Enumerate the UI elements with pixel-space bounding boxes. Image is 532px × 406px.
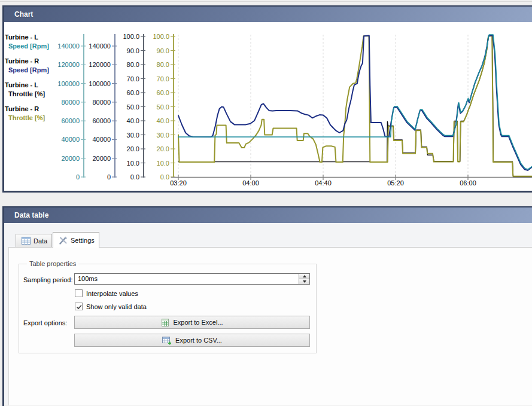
svg-text:60000: 60000 — [92, 117, 111, 124]
svg-text:10.0: 10.0 — [157, 160, 169, 167]
sampling-period-value: 100ms — [75, 274, 299, 284]
svg-text:60000: 60000 — [61, 117, 80, 124]
interpolate-values-row: Interpolate values — [75, 289, 138, 297]
svg-text:60.0: 60.0 — [127, 89, 139, 96]
svg-text:100000: 100000 — [89, 80, 111, 87]
show-valid-data-checkbox[interactable] — [75, 303, 83, 310]
svg-text:80000: 80000 — [92, 99, 111, 106]
svg-text:Throttle [%]: Throttle [%] — [8, 90, 45, 97]
show-valid-data-label: Show only valid data — [86, 303, 147, 310]
svg-text:40.0: 40.0 — [157, 117, 169, 124]
chart-body: 0200004000060000800001000001200001400000… — [4, 22, 532, 191]
chevron-down-icon — [303, 280, 306, 283]
svg-text:06:00: 06:00 — [460, 179, 476, 187]
data-table-panel-title: Data table — [14, 211, 48, 219]
show-valid-data-row: Show only valid data — [75, 303, 147, 310]
table-properties-group-title: Table properties — [27, 260, 78, 267]
interpolate-values-checkbox[interactable] — [75, 289, 83, 297]
svg-text:50.0: 50.0 — [127, 103, 139, 111]
checkmark-icon — [75, 303, 83, 311]
svg-text:05:20: 05:20 — [387, 179, 404, 187]
data-table-panel: Data table Data Settings — [2, 206, 532, 406]
svg-text:04:00: 04:00 — [242, 179, 259, 187]
tab-settings-label: Settings — [71, 237, 95, 244]
csv-table-plus-icon — [162, 336, 172, 345]
svg-text:70.0: 70.0 — [127, 75, 139, 83]
svg-text:30.0: 30.0 — [157, 132, 169, 139]
svg-text:Speed [Rpm]: Speed [Rpm] — [8, 66, 49, 74]
svg-text:80000: 80000 — [61, 99, 80, 106]
svg-text:Turbine - R: Turbine - R — [5, 57, 39, 65]
table-properties-group: Table properties Sampling period: 100ms — [19, 264, 317, 353]
svg-text:20000: 20000 — [92, 155, 111, 162]
svg-text:80.0: 80.0 — [127, 61, 139, 68]
svg-text:20000: 20000 — [61, 155, 80, 162]
svg-text:Turbine - R: Turbine - R — [5, 105, 39, 112]
tab-data-label: Data — [34, 237, 47, 245]
svg-text:40000: 40000 — [61, 136, 80, 143]
interpolate-values-label: Interpolate values — [86, 290, 138, 297]
svg-text:120000: 120000 — [57, 61, 80, 68]
svg-text:70.0: 70.0 — [157, 75, 169, 83]
svg-text:50.0: 50.0 — [157, 103, 169, 111]
svg-text:03:20: 03:20 — [170, 179, 187, 187]
svg-text:20.0: 20.0 — [127, 145, 139, 152]
svg-text:0: 0 — [107, 173, 111, 181]
export-to-csv-label: Export to CSV... — [175, 337, 222, 344]
svg-text:Turbine - L: Turbine - L — [5, 81, 38, 88]
data-table-body: Data Settings Table properties Sampling … — [4, 223, 532, 405]
export-to-excel-button[interactable]: Export to Excel... — [74, 316, 310, 329]
svg-text:0: 0 — [76, 173, 80, 181]
svg-text:60.0: 60.0 — [157, 89, 169, 96]
svg-text:0.0: 0.0 — [160, 173, 169, 181]
data-table-panel-header: Data table — [4, 207, 532, 223]
table-icon — [22, 237, 31, 245]
svg-text:40.0: 40.0 — [127, 117, 139, 124]
chart-panel: Chart 0200004000060000800001000001200001… — [2, 5, 532, 193]
tab-settings[interactable]: Settings — [53, 232, 99, 248]
top-divider — [0, 1, 532, 2]
svg-text:04:40: 04:40 — [315, 179, 332, 187]
export-options-label: Export options: — [23, 319, 67, 326]
svg-text:100.0: 100.0 — [123, 33, 139, 40]
svg-text:90.0: 90.0 — [127, 47, 139, 54]
settings-tab-page: Table properties Sampling period: 100ms — [8, 247, 532, 405]
stepper-up-button[interactable] — [299, 274, 309, 279]
chart-panel-header: Chart — [4, 7, 532, 22]
svg-text:80.0: 80.0 — [157, 61, 169, 68]
svg-text:0.0: 0.0 — [130, 173, 139, 181]
excel-icon — [161, 318, 169, 327]
stepper-down-button[interactable] — [299, 279, 309, 284]
svg-text:Throttle [%]: Throttle [%] — [8, 114, 45, 121]
svg-text:Speed [Rpm]: Speed [Rpm] — [8, 42, 49, 50]
sampling-period-stepper[interactable]: 100ms — [74, 273, 310, 285]
sampling-period-label: Sampling period: — [23, 276, 73, 283]
tools-icon — [59, 236, 68, 245]
svg-text:40000: 40000 — [92, 136, 111, 143]
export-to-csv-button[interactable]: Export to CSV... — [74, 334, 310, 347]
svg-text:20.0: 20.0 — [157, 145, 169, 152]
svg-text:100000: 100000 — [57, 80, 80, 87]
svg-text:120000: 120000 — [89, 61, 111, 68]
svg-text:Turbine - L: Turbine - L — [5, 33, 38, 41]
export-to-excel-label: Export to Excel... — [173, 319, 223, 326]
chevron-up-icon — [303, 275, 306, 277]
svg-text:140000: 140000 — [89, 42, 111, 50]
svg-text:140000: 140000 — [57, 42, 80, 50]
tab-data[interactable]: Data — [16, 234, 52, 247]
svg-text:10.0: 10.0 — [127, 160, 139, 167]
svg-text:100.0: 100.0 — [153, 33, 169, 40]
svg-text:30.0: 30.0 — [127, 132, 139, 139]
svg-text:90.0: 90.0 — [157, 47, 169, 54]
chart-canvas: 0200004000060000800001000001200001400000… — [4, 22, 532, 191]
chart-panel-title: Chart — [14, 10, 33, 19]
